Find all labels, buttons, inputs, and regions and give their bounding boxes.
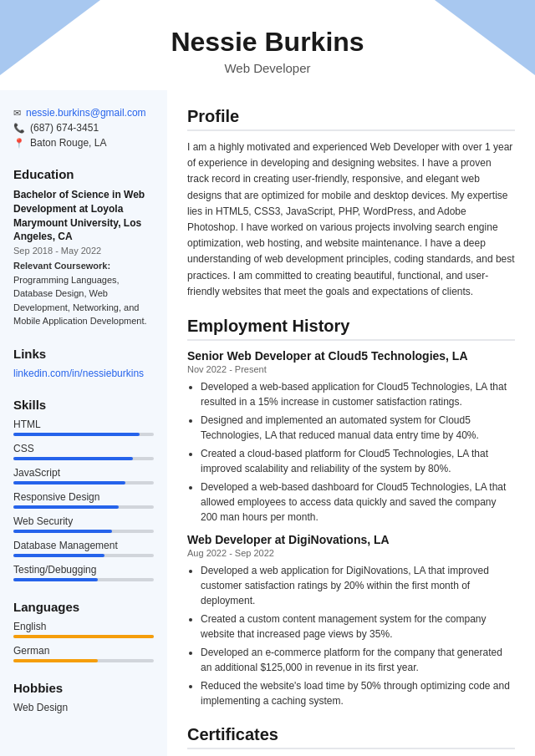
job-item: Senior Web Developer at Cloud5 Technolog…: [187, 349, 515, 525]
skill-bar-bg: [13, 530, 154, 533]
skill-item: CSS: [13, 443, 154, 460]
email-value: nessie.burkins@gmail.com: [26, 107, 146, 119]
skill-name: Web Security: [13, 515, 154, 527]
languages-title: Languages: [13, 600, 154, 614]
coursework-label: Relevant Coursework:: [13, 261, 110, 271]
hobbies-title: Hobbies: [13, 681, 154, 695]
links-title: Links: [13, 347, 154, 361]
job-bullets-list: Developed a web application for DigiNova…: [187, 563, 515, 708]
certificates-section: Certificates Certified Web Developer (CW…: [187, 725, 515, 756]
language-bar-bg: [13, 635, 154, 638]
profile-title: Profile: [187, 107, 515, 131]
coursework-text: Programming Languages, Database Design, …: [13, 275, 147, 327]
job-bullets-list: Developed a web-based application for Cl…: [187, 379, 515, 525]
sidebar: ✉ nessie.burkins@gmail.com 📞 (687) 674-3…: [0, 90, 167, 756]
employment-section: Employment History Senior Web Developer …: [187, 317, 515, 708]
candidate-name: Nessie Burkins: [17, 27, 518, 58]
language-bar-fill: [13, 635, 154, 638]
language-bar-bg: [13, 659, 154, 662]
skill-item: JavaScript: [13, 467, 154, 485]
skill-item: Database Management: [13, 540, 154, 557]
skill-bar-fill: [13, 505, 119, 509]
job-dates: Nov 2022 - Present: [187, 364, 515, 374]
languages-list: English German: [13, 621, 154, 662]
contact-section: ✉ nessie.burkins@gmail.com 📞 (687) 674-3…: [13, 107, 154, 149]
employment-title: Employment History: [187, 317, 515, 341]
location-value: Baton Rouge, LA: [30, 137, 106, 149]
phone-item: 📞 (687) 674-3451: [13, 122, 154, 134]
education-section: Education Bachelor of Science in Web Dev…: [13, 167, 154, 328]
job-bullet: Created a cloud-based platform for Cloud…: [201, 446, 515, 476]
skill-bar-bg: [13, 505, 154, 509]
language-item: English: [13, 621, 154, 638]
job-bullet: Designed and implemented an automated sy…: [201, 413, 515, 443]
skill-item: Testing/Debugging: [13, 564, 154, 581]
location-item: 📍 Baton Rouge, LA: [13, 137, 154, 149]
candidate-title: Web Developer: [17, 61, 518, 75]
skill-bar-bg: [13, 554, 154, 557]
job-item: Web Developer at DigiNovations, LA Aug 2…: [187, 533, 515, 708]
phone-icon: 📞: [13, 123, 25, 134]
skill-bar-fill: [13, 530, 112, 533]
jobs-list: Senior Web Developer at Cloud5 Technolog…: [187, 349, 515, 708]
skill-item: HTML: [13, 419, 154, 436]
location-icon: 📍: [13, 138, 25, 149]
skill-name: Database Management: [13, 540, 154, 551]
skill-name: Responsive Design: [13, 491, 154, 503]
linkedin-link[interactable]: linkedin.com/in/nessieburkins: [13, 368, 154, 379]
skill-bar-bg: [13, 457, 154, 460]
education-coursework: Relevant Coursework: Programming Languag…: [13, 259, 154, 328]
language-name: English: [13, 621, 154, 632]
hobbies-section: Hobbies Web Design: [13, 681, 154, 713]
language-item: German: [13, 645, 154, 662]
header: Nessie Burkins Web Developer: [0, 0, 535, 90]
email-item[interactable]: ✉ nessie.burkins@gmail.com: [13, 107, 154, 119]
certificates-title: Certificates: [187, 725, 515, 749]
job-bullet: Developed a web-based application for Cl…: [201, 379, 515, 409]
skill-bar-bg: [13, 481, 154, 485]
skill-bar-fill: [13, 481, 125, 485]
education-degree: Bachelor of Science in Web Development a…: [13, 188, 154, 244]
phone-value: (687) 674-3451: [30, 122, 99, 134]
education-dates: Sep 2018 - May 2022: [13, 246, 154, 256]
main-content: Profile I am a highly motivated and expe…: [167, 90, 535, 756]
hobbies-text: Web Design: [13, 702, 154, 713]
main-layout: ✉ nessie.burkins@gmail.com 📞 (687) 674-3…: [0, 90, 535, 756]
skill-name: JavaScript: [13, 467, 154, 479]
languages-section: Languages English German: [13, 600, 154, 662]
skill-bar-bg: [13, 433, 154, 436]
links-section: Links linkedin.com/in/nessieburkins: [13, 347, 154, 379]
job-bullet: Reduced the website's load time by 50% t…: [201, 678, 515, 708]
profile-section: Profile I am a highly motivated and expe…: [187, 107, 515, 300]
skill-bar-fill: [13, 578, 98, 581]
skill-item: Web Security: [13, 515, 154, 533]
job-dates: Aug 2022 - Sep 2022: [187, 548, 515, 558]
skills-list: HTML CSS JavaScript Responsive Design We…: [13, 419, 154, 581]
job-title: Web Developer at DigiNovations, LA: [187, 533, 515, 546]
skill-bar-bg: [13, 578, 154, 581]
profile-text: I am a highly motivated and experienced …: [187, 140, 515, 300]
skill-name: CSS: [13, 443, 154, 454]
skill-item: Responsive Design: [13, 491, 154, 509]
skill-bar-fill: [13, 554, 104, 557]
skills-section: Skills HTML CSS JavaScript Responsive De…: [13, 398, 154, 581]
job-title: Senior Web Developer at Cloud5 Technolog…: [187, 349, 515, 363]
skill-bar-fill: [13, 433, 140, 436]
job-bullet: Developed a web-based dashboard for Clou…: [201, 479, 515, 525]
job-bullet: Created a custom content management syst…: [201, 611, 515, 642]
job-bullet: Developed a web application for DigiNova…: [201, 563, 515, 608]
skills-title: Skills: [13, 398, 154, 412]
skill-name: Testing/Debugging: [13, 564, 154, 576]
language-bar-fill: [13, 659, 98, 662]
language-name: German: [13, 645, 154, 657]
education-title: Education: [13, 167, 154, 181]
skill-name: HTML: [13, 419, 154, 430]
email-icon: ✉: [13, 108, 21, 119]
job-bullet: Developed an e-commerce platform for the…: [201, 645, 515, 675]
skill-bar-fill: [13, 457, 133, 460]
